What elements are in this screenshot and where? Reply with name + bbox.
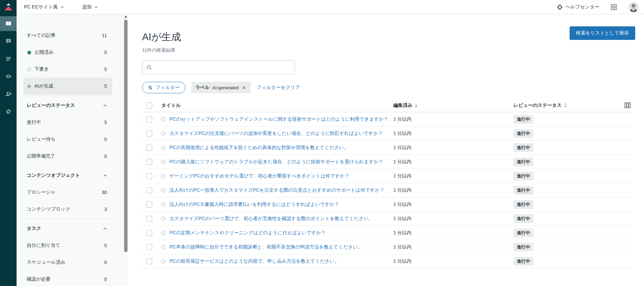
article-title-link[interactable]: カスタマイズPCのパーツ選びで、初心者が互換性を確認する際のポイントを教えてくだ… <box>169 216 373 222</box>
column-header-review-status[interactable]: レビューのステータス <box>513 102 568 109</box>
rail-item-preview[interactable] <box>0 69 17 84</box>
sidebar-section-header[interactable]: コンテンツオブジェクト <box>23 167 112 184</box>
product-logo[interactable] <box>0 0 17 14</box>
review-status-badge: 進行中 <box>513 200 533 209</box>
edited-cell: 1 分以内 <box>393 130 508 137</box>
save-search-as-list-button[interactable]: 検索をリストとして保存 <box>570 26 635 40</box>
row-checkbox[interactable] <box>146 116 152 122</box>
row-checkbox[interactable] <box>146 130 152 137</box>
chip-remove-button[interactable] <box>242 85 247 90</box>
chip-value: AI-generated <box>212 85 239 90</box>
table-row: 法人向けのPC大量購入時に請求書払いを利用するにはどうすればよいですか？ 1 分… <box>142 197 633 212</box>
review-status-badge: 進行中 <box>513 115 533 124</box>
rail-item-lists[interactable] <box>0 51 17 66</box>
article-title-link[interactable]: 法人向けのPC大量購入時に請求書払いを利用するにはどうすればよいですか？ <box>169 201 339 208</box>
search-input[interactable] <box>155 65 291 70</box>
sidebar-item-count: 0 <box>104 153 107 159</box>
sidebar-item[interactable]: 自分に割り当て 0 <box>23 237 112 254</box>
row-checkbox[interactable] <box>146 230 152 236</box>
result-count: 11件の検索結果 <box>142 47 633 53</box>
sidebar-item-count: 0 <box>104 137 107 142</box>
edited-cell: 1 分以内 <box>393 116 508 122</box>
row-checkbox[interactable] <box>146 216 152 222</box>
rail-item-settings[interactable] <box>0 104 17 119</box>
user-avatar[interactable] <box>628 2 639 12</box>
sidebar-divider <box>23 96 112 96</box>
add-menu[interactable]: 追加 <box>82 4 98 10</box>
sidebar-item-count: 11 <box>102 33 107 38</box>
column-header-edited[interactable]: 編集済み <box>393 102 508 109</box>
row-checkbox[interactable] <box>146 187 152 193</box>
select-all-checkbox[interactable] <box>146 102 152 109</box>
article-title-link[interactable]: PCの購入後にソフトウェアのトラブルが起きた場合、どのように技術サポートを受けら… <box>169 159 383 165</box>
brand-menu[interactable]: PC ECサイト風 <box>24 4 64 10</box>
draft-status-circle-icon <box>161 117 165 121</box>
table-row: PCのセットアップやソフトウェアインストールに関する技術サポートはどのように利用… <box>142 112 633 126</box>
sidebar-sections: レビューのステータス 進行中 5 レビュー待ち 0 公開準備完了 0 コンテンツ… <box>17 96 127 286</box>
search-box[interactable] <box>142 60 295 74</box>
sidebar-item-2[interactable]: 下書き 5 <box>23 61 112 78</box>
sidebar-item[interactable]: コンテンツブロック 3 <box>23 201 112 218</box>
row-checkbox[interactable] <box>146 244 152 250</box>
clear-filters-link[interactable]: フィルターをクリア <box>257 85 300 91</box>
draft-status-circle-icon <box>161 174 165 178</box>
sidebar-item-ai-generated[interactable]: AIが生成 5 <box>23 78 112 95</box>
scrollbar-up-arrow-icon[interactable] <box>124 16 127 18</box>
rail-item-user-permissions[interactable] <box>0 87 17 101</box>
article-title-link[interactable]: PCのセットアップやソフトウェアインストールに関する技術サポートはどのように利用… <box>169 116 388 122</box>
sidebar-item-label: 自分に割り当て <box>27 242 104 248</box>
article-title-link[interactable]: 法人向けのPC一括導入でカスタマイズPCを注文する際の注意点とおすすめのサポート… <box>169 187 384 193</box>
sidebar-item[interactable]: 公開準備完了 0 <box>23 148 112 165</box>
row-checkbox[interactable] <box>146 258 152 264</box>
article-title-link[interactable]: PC本体の故障時に自分でできる初期診断と、初期不良交換の申請方法を教えてください… <box>169 244 362 250</box>
article-title-link[interactable]: ゲーミングPCのおすすめモデル選びで、初心者が重視すべきポイントは何ですか？ <box>169 173 349 179</box>
sidebar-item-count: 0 <box>104 260 107 265</box>
sidebar-section-title: レビューのステータス <box>27 102 103 109</box>
sidebar-item[interactable]: 確認が必要 0 <box>23 271 112 286</box>
rail-item-feedback[interactable] <box>0 34 17 49</box>
article-title-link[interactable]: カスタマイズPCの注文後にパーツの追加や変更をしたい場合、どのように対応すればよ… <box>169 130 383 137</box>
sidebar-section-header[interactable]: タスク <box>23 220 112 237</box>
sidebar-section-header[interactable]: レビューのステータス <box>23 97 112 114</box>
sidebar-item-0[interactable]: すべての記事 11 <box>23 27 112 44</box>
edited-cell: 1 分以内 <box>393 216 508 222</box>
brand-menu-label: PC ECサイト風 <box>24 4 58 10</box>
row-checkbox[interactable] <box>146 201 152 208</box>
row-checkbox[interactable] <box>146 173 152 179</box>
table-row: PCの定期メンテナンスやクリーニングはどのように行えばよいですか？ 1 分以内 … <box>142 226 633 240</box>
column-header-title[interactable]: タイトル <box>161 102 181 109</box>
sidebar-item[interactable]: 進行中 5 <box>23 114 112 131</box>
list-lines-icon <box>5 55 12 62</box>
sidebar-top-items: すべての記事 11 公開済み 0 下書き 5 AIが生成 5 <box>17 27 127 95</box>
sidebar-item-count: 0 <box>104 243 107 248</box>
column-settings-button[interactable] <box>624 102 631 108</box>
sidebar-scrollbar[interactable] <box>123 14 128 286</box>
sidebar-item-1[interactable]: 公開済み 0 <box>23 44 112 61</box>
sidebar-item[interactable]: スケジュール済み 0 <box>23 254 112 271</box>
book-icon <box>5 20 12 27</box>
table-row: PCの長期使用による性能低下を防ぐための具体的な対策や習慣を教えてください。 1… <box>142 141 633 155</box>
help-center-label: ヘルプセンター <box>566 4 599 10</box>
columns-icon <box>624 102 631 108</box>
filter-chip-label-ai-generated[interactable]: ラベル AI-generated <box>191 82 251 93</box>
rail-item-articles[interactable] <box>0 16 17 31</box>
green-dot-icon <box>27 50 31 55</box>
article-title-link[interactable]: PCの延長保証サービスはどのような内容で、申し込み方法を教えてください。 <box>169 258 339 264</box>
sidebar-item[interactable]: プロシージャ 30 <box>23 184 112 201</box>
apps-grid-button[interactable] <box>611 4 617 10</box>
filter-button[interactable]: フィルター <box>142 82 185 93</box>
row-checkbox[interactable] <box>146 145 152 151</box>
life-buoy-icon <box>557 4 563 10</box>
chip-key: ラベル <box>196 85 209 91</box>
draft-status-circle-icon <box>161 217 165 221</box>
article-title-link[interactable]: PCの定期メンテナンスやクリーニングはどのように行えばよいですか？ <box>169 230 326 236</box>
help-center-link[interactable]: ヘルプセンター <box>557 4 599 10</box>
speech-bubble-exclamation-icon <box>5 38 12 45</box>
sidebar-item-label: 確認が必要 <box>27 276 104 282</box>
sidebar-item[interactable]: レビュー待ち 0 <box>23 131 112 148</box>
sparkle-icon <box>27 84 31 89</box>
article-title-link[interactable]: PCの長期使用による性能低下を防ぐための具体的な対策や習慣を教えてください。 <box>169 145 348 151</box>
scrollbar-thumb[interactable] <box>124 20 128 252</box>
chevron-up-icon <box>103 228 107 230</box>
row-checkbox[interactable] <box>146 159 152 165</box>
